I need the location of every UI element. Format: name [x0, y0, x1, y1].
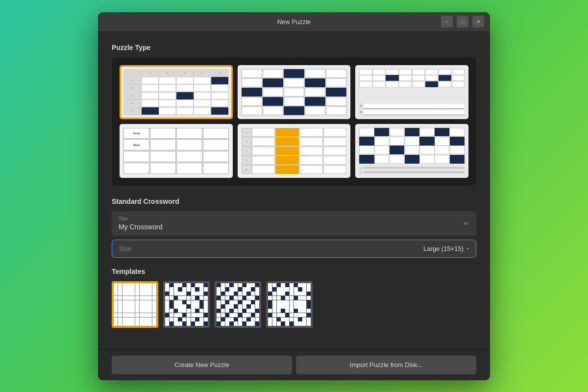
size-select-label: Size: [119, 245, 131, 252]
chevron-down-icon: ▾: [466, 246, 469, 251]
main-window: New Puzzle − □ ✕ Puzzle Type 23456 2: [98, 12, 490, 380]
puzzle-type-diagramless[interactable]: [238, 65, 351, 119]
puzzle-type-number[interactable]: 1 2 3 4 5: [238, 124, 351, 178]
templates-grid: document.write(Array(100).fill('<div sty…: [112, 281, 476, 328]
puzzle-type-grid: 23456 2 3 4 5 6: [112, 57, 476, 186]
puzzle-type-variety[interactable]: x x: [355, 124, 468, 178]
window-title: New Puzzle: [277, 18, 311, 25]
title-input-label: Title: [119, 216, 469, 221]
template-pattern-c[interactable]: [266, 281, 313, 328]
minimize-button[interactable]: −: [441, 16, 453, 27]
templates-label: Templates: [112, 268, 476, 275]
puzzle-type-acrostic[interactable]: A B: [355, 65, 468, 119]
crossword-section-label: Standard Crossword: [112, 197, 476, 205]
import-puzzle-button[interactable]: Import Puzzle from Disk...: [296, 356, 476, 374]
title-input-value[interactable]: My Crossword: [119, 223, 469, 231]
titlebar: New Puzzle − □ ✕: [98, 12, 490, 32]
template-blank[interactable]: document.write(Array(100).fill('<div sty…: [112, 281, 158, 328]
puzzle-type-standard[interactable]: 23456 2 3 4 5 6: [120, 65, 233, 119]
edit-icon[interactable]: ✏: [464, 220, 469, 227]
template-pattern-a[interactable]: [163, 281, 210, 328]
template-pattern-b[interactable]: [215, 281, 261, 328]
puzzle-type-arrow[interactable]: Arrow Word ↓: [120, 124, 233, 178]
size-select-value: Large (15×15) ▾: [423, 245, 469, 252]
footer: Create New Puzzle Import Puzzle from Dis…: [98, 349, 490, 380]
puzzle-type-label: Puzzle Type: [112, 44, 476, 51]
maximize-button[interactable]: □: [457, 16, 468, 27]
create-new-puzzle-button[interactable]: Create New Puzzle: [112, 356, 292, 374]
size-select[interactable]: Size Large (15×15) ▾: [112, 240, 476, 258]
dialog-content: Puzzle Type 23456 2 3 4 5: [98, 32, 490, 349]
title-input-group: Title My Crossword ✏: [112, 211, 476, 236]
window-controls: − □ ✕: [441, 16, 484, 27]
crossword-settings-section: Standard Crossword Title My Crossword ✏ …: [112, 197, 476, 258]
close-button[interactable]: ✕: [472, 16, 484, 27]
templates-section: Templates document.write(Array(100).fill…: [112, 268, 476, 328]
